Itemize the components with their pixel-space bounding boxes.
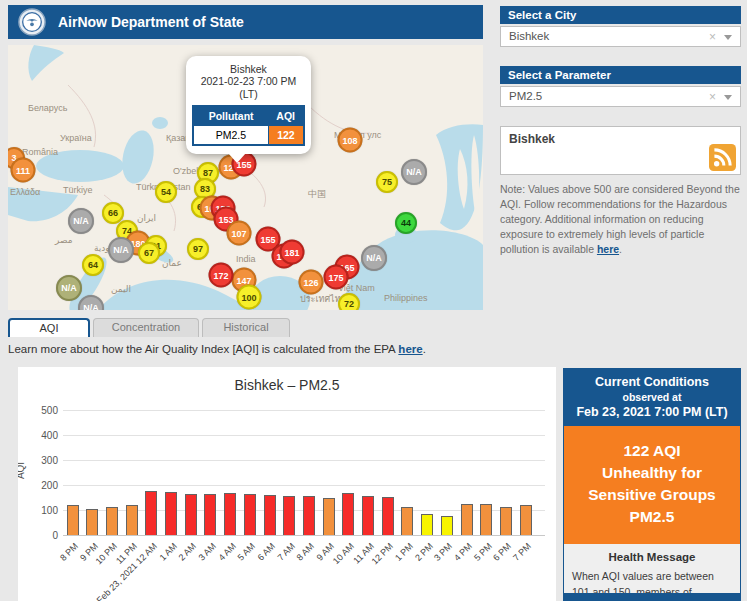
bar-10-pm[interactable] [106,507,118,536]
conditions-aqi-value: 122 AQI [570,440,734,462]
gridline-500 [63,410,545,411]
map-label: مصر [55,235,73,245]
bar-3-am[interactable] [204,494,216,535]
view-tabs: AQIConcentrationHistorical [8,318,290,337]
bar-12-pm[interactable] [382,497,394,535]
bar-11-am[interactable] [362,496,374,535]
aqi-marker-na[interactable]: N/A [361,245,387,271]
app-title: AirNow Department of State [58,14,244,30]
current-conditions-panel: Current Conditions observed at Feb 23, 2… [563,368,741,601]
tab-concentration[interactable]: Concentration [93,318,199,337]
tab-aqi[interactable]: AQI [8,318,90,337]
bar-9-am[interactable] [323,498,335,536]
aqi-marker-75[interactable]: 75 [376,171,398,193]
aqi-marker-172[interactable]: 172 [209,263,234,288]
parameter-select[interactable]: PM2.5 × [500,86,741,107]
aqi-marker-100[interactable]: 100 [237,285,262,310]
aqi-marker-111[interactable]: 111 [11,158,36,183]
popup-table: Pollutant AQI PM2.5 122 [192,105,305,146]
aqi-marker-na[interactable]: N/A [68,208,94,234]
y-tick-label: 400 [28,430,58,441]
learn-more-line: Learn more about how the Air Quality Ind… [8,343,426,355]
bar-8-am[interactable] [303,496,315,535]
chart-plot-area [63,410,545,535]
city-clear-icon[interactable]: × [709,28,716,46]
conditions-title: Current Conditions [568,375,736,389]
select-parameter-header: Select a Parameter [500,66,741,84]
bar-2-pm[interactable] [421,514,433,535]
aqi-marker-97[interactable]: 97 [187,238,209,260]
map-label: ايران [137,213,156,223]
aqi-marker-126[interactable]: 126 [299,270,324,295]
aqi-marker-54[interactable]: 54 [155,181,177,203]
popup-city: Bishkek [192,63,305,75]
chart-title: Bishkek – PM2.5 [18,377,556,393]
note-here-link[interactable]: here [597,243,619,255]
parameter-clear-icon[interactable]: × [709,88,716,106]
gridline-400 [63,435,545,436]
city-caret-icon[interactable] [724,35,732,40]
note-suffix: . [619,243,622,255]
bar-1-pm[interactable] [401,507,413,536]
bar-6-pm[interactable] [500,507,512,535]
learn-more-text: Learn more about how the Air Quality Ind… [8,343,398,355]
city-select-value: Bishkek [509,30,549,42]
aqi-marker-44[interactable]: 44 [395,212,417,234]
bar-4-pm[interactable] [461,504,473,535]
aqi-marker-64[interactable]: 64 [82,254,104,276]
popup-aqi-value: 122 [268,126,304,146]
bar-3-pm[interactable] [441,516,453,535]
app-header: AirNow Department of State [8,5,483,39]
map-label: Ελλάδα [10,187,40,197]
chart-y-axis-label: AQI [18,462,26,479]
aqi-marker-72[interactable]: 72 [338,293,360,310]
bar-9-pm[interactable] [86,509,98,536]
gridline-300 [63,460,545,461]
aqi-marker-107[interactable]: 107 [227,221,252,246]
bar-feb-23-2021-12-am[interactable] [145,491,157,535]
tab-historical[interactable]: Historical [202,318,290,337]
popup-tail [228,153,246,163]
learn-more-suffix: . [423,343,426,355]
health-message-title: Health Message [572,551,732,563]
bar-5-pm[interactable] [480,504,492,535]
aqi-marker-108[interactable]: 108 [338,128,363,153]
aqi-marker-175[interactable]: 175 [324,265,349,290]
aqi-marker-na[interactable]: N/A [56,275,82,301]
rss-feed-box: Bishkek [500,126,741,175]
map-label: Philippines [384,293,428,303]
parameter-caret-icon[interactable] [724,95,732,100]
aqi-marker-na[interactable]: N/A [108,237,134,263]
rss-city-label: Bishkek [501,127,740,146]
bar-5-am[interactable] [244,494,256,536]
aqi-world-map[interactable]: БеларусьУкраїнаRomâniaΕλλάδαTürkiyeҚазақ… [8,45,483,310]
bar-11-pm[interactable] [126,505,138,536]
learn-more-here-link[interactable]: here [398,343,422,355]
map-label: اليمن [111,284,131,294]
map-label: Україна [60,133,92,143]
aqi-marker-na[interactable]: N/A [401,159,427,185]
map-label: عمان [162,258,182,268]
map-station-popup[interactable]: Bishkek 2021-02-23 7:00 PM (LT) Pollutan… [186,56,311,154]
y-tick-label: 0 [28,530,58,541]
bar-2-am[interactable] [185,494,197,536]
aqi-marker-181[interactable]: 181 [280,240,305,265]
y-tick-label: 200 [28,480,58,491]
conditions-datetime: Feb 23, 2021 7:00 PM (LT) [568,405,736,419]
rss-feed-icon[interactable] [709,144,736,171]
popup-datetime: 2021-02-23 7:00 PM (LT) [192,75,305,101]
bar-8-pm[interactable] [67,505,79,536]
bar-7-pm[interactable] [520,505,532,536]
bar-6-am[interactable] [264,495,276,536]
parameter-select-value: PM2.5 [509,90,542,102]
bar-10-am[interactable] [342,493,354,535]
aqi-marker-67[interactable]: 67 [138,242,160,264]
aqi-bar-chart: Bishkek – PM2.5 AQI 0100200300400500 8 P… [18,367,556,601]
conditions-category: Unhealthy for Sensitive Groups [570,462,734,506]
aqi-note: Note: Values above 500 are considered Be… [500,182,741,257]
bar-1-am[interactable] [165,492,177,535]
bar-4-am[interactable] [224,493,236,535]
gridline-0 [63,535,545,536]
bar-7-am[interactable] [283,496,295,536]
city-select[interactable]: Bishkek × [500,26,741,47]
